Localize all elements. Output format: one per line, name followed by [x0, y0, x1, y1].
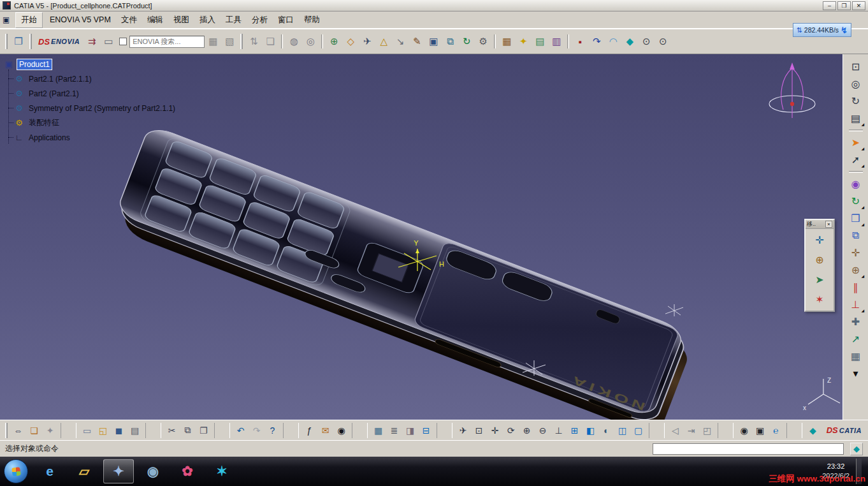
zoom-in-icon[interactable]: ⊕ — [519, 423, 535, 438]
replay-arrow-icon[interactable]: ↷ — [588, 33, 605, 50]
vpm-transfer-icon[interactable]: ⇉ — [83, 33, 100, 50]
sectioning-icon[interactable]: ▦ — [847, 348, 864, 364]
shading-mode-icon[interactable]: ◐ — [598, 423, 614, 438]
network-monitor[interactable]: ⇅ 282.44KB/s ↯ — [793, 23, 851, 37]
phone-3d-model[interactable]: NOKIA — [110, 124, 697, 420]
rotate-view-icon[interactable]: ↻ — [847, 92, 864, 109]
move-toolbar-palette[interactable]: 移.. ✕ ✛ ⊕ ➤ ✶ — [804, 219, 835, 312]
iso-view-icon[interactable]: ◧ — [582, 423, 598, 438]
menu-help[interactable]: 帮助 — [299, 13, 325, 27]
measure-between-icon[interactable]: ↗ — [847, 330, 864, 347]
manipulation-icon[interactable]: ✛ — [811, 232, 828, 247]
zoom-out-icon[interactable]: ⊖ — [535, 423, 551, 438]
view-compass[interactable] — [765, 59, 822, 128]
annotation-icon[interactable]: ✉ — [317, 423, 333, 438]
tree-item-product1[interactable]: ▣ Product1 — [4, 57, 177, 71]
web-browser-icon[interactable]: ℮ — [768, 423, 784, 438]
paste-icon[interactable]: ❐ — [196, 423, 212, 438]
pointer-effector-icon[interactable]: ➚ — [847, 151, 864, 168]
taskbar-explorer-icon[interactable]: ▱ — [69, 459, 99, 483]
record-dot-icon[interactable]: ▪ — [572, 33, 588, 50]
print-icon[interactable]: ▤ — [127, 423, 143, 438]
vpm-box-icon[interactable]: ▭ — [100, 33, 117, 50]
knowledge-gem-icon[interactable]: ◆ — [805, 423, 821, 438]
palette-close-button[interactable]: ✕ — [825, 221, 832, 228]
tree-item-part2[interactable]: ⚙ Part2 (Part2.1) — [4, 86, 177, 101]
snap-arrow-icon[interactable]: ⇥ — [683, 423, 699, 438]
clash-gem-icon[interactable]: ◆ — [621, 33, 638, 50]
existing-component-icon[interactable]: ⧉ — [847, 227, 864, 244]
zoom-lens2-icon[interactable]: ⊙ — [655, 33, 671, 50]
bookmark-tag-icon[interactable]: ❏ — [26, 423, 42, 438]
measure-item-icon[interactable]: △ — [375, 33, 392, 50]
fit-all-in-icon[interactable]: ⊡ — [471, 423, 487, 438]
toolbar-grip[interactable] — [29, 34, 32, 49]
zoom-lens-icon[interactable]: ⊙ — [638, 33, 655, 50]
taskbar-media-icon[interactable]: ✿ — [172, 459, 203, 483]
grid-frame-icon[interactable]: ▣ — [425, 33, 442, 50]
look-at-icon[interactable]: ◎ — [847, 75, 864, 92]
fit-all-in-icon[interactable]: ⊡ — [847, 58, 864, 75]
taskbar-catia-icon[interactable]: ✦ — [103, 459, 134, 483]
options-gear-icon[interactable]: ⚙ — [475, 33, 491, 50]
split-tool-icon[interactable]: ◁ — [667, 423, 683, 438]
tree-item-assembly-features[interactable]: ⚙ 装配特征 — [4, 115, 177, 130]
session-star-icon[interactable]: ✦ — [42, 423, 58, 438]
update-assembly-icon[interactable]: ↻ — [847, 193, 864, 209]
more-tools-icon[interactable]: ▾ — [847, 365, 864, 381]
minimize-button[interactable]: – — [823, 1, 836, 10]
catalog-browser-icon[interactable]: ◨ — [402, 423, 418, 438]
swap-visible-icon[interactable]: ▢ — [630, 423, 646, 438]
quick-print-icon[interactable]: ▣ — [752, 423, 768, 438]
menu-analyze[interactable]: 分析 — [247, 13, 273, 27]
enovia-connect-icon[interactable]: ◉ — [847, 175, 864, 192]
camera-capture-icon[interactable]: ◉ — [736, 423, 752, 438]
annotation-pen-icon[interactable]: ✎ — [409, 33, 425, 50]
taskbar-browser-icon[interactable]: e — [34, 459, 65, 483]
formula-icon[interactable]: ƒ — [301, 423, 317, 438]
contact-constraint-icon[interactable]: ⊥ — [847, 296, 864, 313]
context-help-icon[interactable]: ? — [264, 423, 280, 438]
undo-icon[interactable]: ↶ — [233, 423, 249, 438]
cut-icon[interactable]: ✂ — [164, 423, 180, 438]
start-button[interactable] — [4, 459, 28, 483]
menu-start[interactable]: 开始 — [15, 12, 43, 28]
coincidence-constraint-icon[interactable]: ∥ — [847, 279, 864, 295]
fix-component-icon[interactable]: ✚ — [847, 313, 864, 330]
explode-icon[interactable]: ✶ — [811, 291, 828, 307]
paste-board-icon[interactable]: ❐ — [10, 33, 27, 50]
menu-enovia-vpm[interactable]: ENOVIA V5 VPM — [45, 13, 116, 26]
render-scene-icon[interactable]: ▦ — [498, 33, 515, 50]
normal-view-icon[interactable]: ⊥ — [551, 423, 567, 438]
dmu-review-icon[interactable]: ▥ — [548, 33, 565, 50]
snap-icon[interactable]: ⊕ — [811, 252, 828, 267]
design-table-icon[interactable]: ▦ — [370, 423, 386, 438]
new-document-icon[interactable]: ▭ — [79, 423, 95, 438]
command-input[interactable] — [653, 443, 844, 455]
tree-item-part2-1[interactable]: ⚙ Part2.1 (Part2.1.1) — [4, 71, 177, 86]
smart-move-icon[interactable]: ➤ — [811, 272, 828, 287]
light-source-icon[interactable]: ✦ — [515, 33, 532, 50]
material-sphere-icon[interactable]: ◍ — [286, 33, 302, 50]
3d-viewport[interactable]: NOKIA Y H — [0, 54, 843, 420]
toolbar-grip[interactable] — [240, 34, 243, 49]
redo-icon[interactable]: ↷ — [249, 423, 264, 438]
measure-between-icon[interactable]: ↘ — [392, 33, 409, 50]
shaded-sphere-icon[interactable]: ◎ — [302, 33, 319, 50]
fly-through-icon[interactable]: ✈ — [359, 33, 375, 50]
constraint-marker[interactable] — [665, 304, 683, 316]
power-input-icon[interactable]: ◆ — [850, 443, 863, 455]
palette-title-bar[interactable]: 移.. ✕ — [806, 220, 834, 229]
new-component-icon[interactable]: ❒ — [847, 210, 864, 226]
layer-filter-icon[interactable]: ⊟ — [418, 423, 434, 438]
fly-mode-icon[interactable]: ✈ — [455, 423, 471, 438]
globe-icon[interactable]: ⊕ — [326, 33, 342, 50]
enovia-search-input[interactable] — [129, 36, 205, 48]
hide-show-icon[interactable]: ◫ — [614, 423, 630, 438]
menu-view[interactable]: 视图 — [168, 13, 194, 27]
update-icon[interactable]: ↻ — [458, 33, 475, 50]
menu-file[interactable]: 文件 — [116, 13, 142, 27]
open-icon[interactable]: ◱ — [95, 423, 111, 438]
pan-icon[interactable]: ✛ — [487, 423, 503, 438]
tree-item-applications[interactable]: ∟ Applications — [4, 130, 177, 145]
